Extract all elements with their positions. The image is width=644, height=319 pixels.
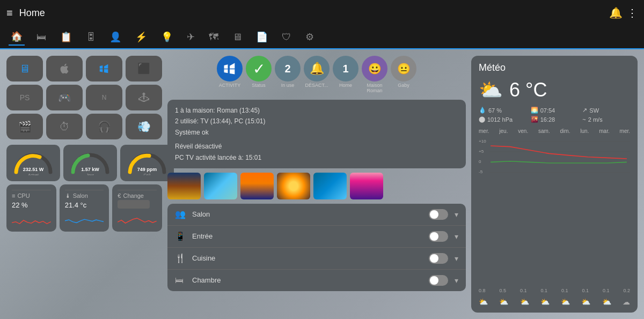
svg-text:+10: +10 [479,139,486,143]
ficon-7: ☁ [623,298,630,306]
entree-chevron[interactable]: ▾ [455,232,458,241]
windspeed-icon: ~ [582,116,586,123]
room-chambre: 🛏 Chambre ▾ [167,270,466,291]
chambre-chevron[interactable]: ▾ [455,276,458,285]
svg-text:Actuel: Actuel [28,173,39,175]
cpu-card: ≡ CPU 22 % [6,184,56,232]
thumb-3[interactable] [240,173,274,199]
thumb-1[interactable] [167,173,201,199]
topbar: ≡ Home 🔔 ⋮ [0,0,644,26]
bubble-desact[interactable]: 🔔 DÉSACT... [304,56,330,93]
nav-person[interactable]: 👤 [107,29,123,45]
prec-2: 0.1 [520,288,527,293]
change-sparkline [118,211,157,226]
sunset-icon: 🌇 [531,116,538,123]
forecast-days: mer. jeu. ven. sam. dim. lun. mar. mer. [479,128,630,134]
bubble-roman[interactable]: 😀 MaisonRoman [362,56,387,93]
nav-home[interactable]: 🏠 [9,28,25,46]
device-headphones[interactable]: 🎧 [86,114,122,139]
thumb-5[interactable] [313,173,347,199]
bubble-activity-label: ACTIVITY [219,83,241,88]
prec-7: 0.2 [623,288,630,293]
device-monitor[interactable]: 🖥 [6,56,43,81]
forecast-icons: ⛅ ⛅ ⛅ ⛅ ⛅ ⛅ ⛅ ☁ [479,296,630,306]
salon-chevron[interactable]: ▾ [455,210,458,219]
winddir-val: SW [589,107,599,114]
nav-screen[interactable]: 🖥 [230,29,244,45]
thumb-2[interactable] [204,173,237,199]
bubble-inuse[interactable]: 2 In use [275,56,301,93]
weather-title: Météo [479,62,630,73]
more-icon[interactable]: ⋮ [627,6,638,19]
svg-text:0: 0 [479,160,481,164]
sunset-val: 16:28 [540,116,555,123]
weather-main: ⛅ 6 °C [479,79,630,101]
nav-list[interactable]: 📋 [58,29,74,45]
day-3: sam. [538,128,550,134]
device-gamepad[interactable]: 🕹 [126,85,162,110]
bubble-gaby-label: Gaby [398,83,409,88]
forecast-vals: 0.8 0.5 0.1 0.1 0.1 0.1 0.1 0.2 [479,288,630,293]
device-square[interactable]: ⬛ [126,56,162,81]
chambre-icon: 🛏 [175,276,186,285]
prec-1: 0.5 [499,288,506,293]
bubble-activity[interactable]: ACTIVITY [217,56,243,93]
nav-bed[interactable]: 🛏 [34,29,48,45]
nav-settings[interactable]: ⚙ [303,29,316,45]
thumb-4[interactable] [277,173,310,199]
nav-plane[interactable]: ✈ [185,29,197,45]
metric-day-power: 1.57 kW Jour [63,145,117,181]
bubble-status[interactable]: ✓ Status [246,56,272,93]
salon-card: 🌡 Salon 21.4 °c [60,184,109,232]
day-1: jeu. [499,128,508,134]
change-title: Change [123,192,144,199]
device-movie[interactable]: 🎬 [6,114,43,139]
entree-toggle[interactable] [429,231,448,242]
device-fan[interactable]: 💨 [126,114,162,139]
nav-control[interactable]: 🎛 [84,29,98,45]
device-xbox[interactable]: 🎮 [46,85,83,110]
cpu-title: CPU [17,192,30,199]
salon-toggle[interactable] [429,209,448,220]
nav-shield[interactable]: 🛡 [280,29,294,45]
cpu-sparkline [12,212,51,227]
left-panel: 🖥 ⬛ PS 🎮 N 🕹 🎬 ⏱ 🎧 💨 [6,56,162,313]
salon-value: 21.4 °c [65,200,104,210]
chambre-toggle[interactable] [429,275,448,286]
entree-name: Entrée [192,232,422,240]
bubble-gaby[interactable]: 😐 Gaby [391,56,416,93]
weather-details: 💧 67 % 🌅 07:54 ↗ SW ⬤ 1012 hPa 🌇 16:28 ~ [479,107,630,123]
bubble-home[interactable]: 1 Home [333,56,358,93]
device-windows[interactable] [86,56,122,81]
menu-icon[interactable]: ≡ [6,7,13,19]
cpu-icon: ≡ [12,192,15,199]
cuisine-toggle[interactable] [429,253,448,264]
chambre-name: Chambre [192,276,422,284]
day-5: lun. [580,128,589,134]
main-content: 🖥 ⬛ PS 🎮 N 🕹 🎬 ⏱ 🎧 💨 [0,49,644,319]
nav-doc[interactable]: 📄 [254,29,270,45]
info-line4: Réveil désactivé [175,141,458,152]
device-ps[interactable]: PS [6,85,43,110]
metric-power: 232.51 W Actuel [6,145,60,181]
info-card: 1 à la maison: Roman (13:45) 2 utilisé: … [167,100,466,168]
salon-sparkline [65,212,104,227]
euro-icon: € [118,192,121,199]
device-apple[interactable] [46,56,83,81]
nav-bolt[interactable]: ⚡ [133,29,149,45]
device-nintendo[interactable]: N [86,85,122,110]
pressure-val: 1012 hPa [487,116,513,123]
salon-title: Salon [73,192,88,199]
nav-bulb[interactable]: 💡 [159,29,175,45]
info-line1: 1 à la maison: Roman (13:45) [175,105,458,116]
cuisine-chevron[interactable]: ▾ [455,254,458,263]
thumb-6[interactable] [350,173,383,199]
weather-icon: ⛅ [479,79,503,101]
notification-icon[interactable]: 🔔 [609,6,623,19]
ficon-3: ⛅ [540,298,550,306]
salon-icon: 👥 [175,209,186,219]
nav-map[interactable]: 🗺 [207,29,221,45]
detail-cards: ≡ CPU 22 % 🌡 Salon 21.4 °c [6,184,162,232]
ficon-2: ⛅ [520,298,529,306]
device-clock[interactable]: ⏱ [46,114,83,139]
